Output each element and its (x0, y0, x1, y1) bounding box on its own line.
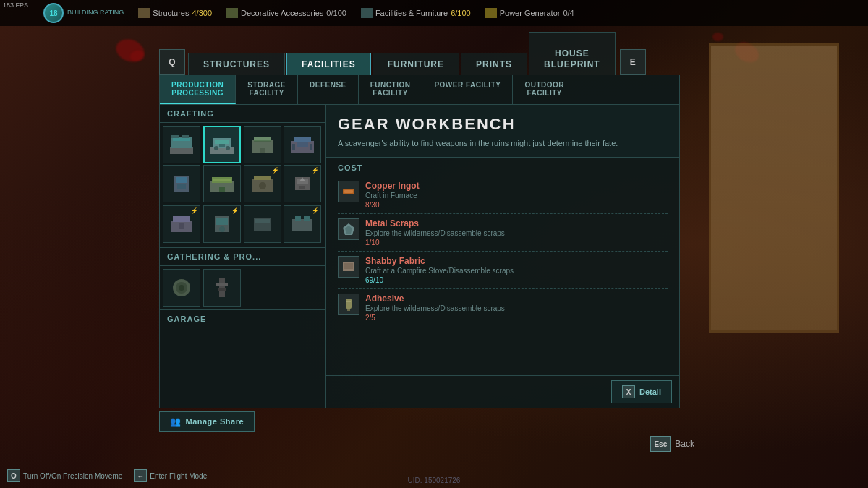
svg-rect-34 (173, 216, 190, 222)
fabric-qty: 69/10 (365, 276, 668, 284)
power-icon (485, 8, 497, 18)
building-rating: 18 BUILDING RATING (43, 3, 124, 23)
svg-rect-3 (171, 135, 179, 138)
tab-facilities[interactable]: FACILITIES (286, 53, 371, 75)
svg-rect-26 (219, 187, 225, 192)
grid-item-7[interactable]: ⚡ (244, 165, 281, 202)
hud-decorative: Decorative Accessories 0/100 (226, 8, 346, 18)
cost-header: COST (338, 163, 668, 172)
grid-item-12[interactable]: ⚡ (284, 205, 321, 243)
svg-rect-4 (182, 135, 189, 138)
grid-item-11[interactable] (244, 205, 281, 243)
grid-item-8[interactable]: ⚡ (284, 165, 321, 202)
hud-facilities: Facilities & Furniture 6/100 (361, 8, 471, 18)
cost-adhesive: Adhesive Explore the wilderness/Disassem… (338, 289, 668, 326)
back-label: Back (675, 439, 694, 449)
structures-value: 4/300 (192, 9, 212, 17)
grid-item-4[interactable] (284, 126, 321, 163)
power-value: 0/4 (563, 9, 574, 17)
power-label: Power Generator (500, 9, 561, 17)
crafting-header: CRAFTING (160, 105, 326, 123)
grid-item-6[interactable] (203, 165, 241, 202)
copper-qty: 8/30 (365, 201, 668, 209)
svg-rect-35 (179, 223, 184, 229)
svg-rect-17 (292, 144, 295, 150)
subtab-storage[interactable]: STORAGE FACILITY (236, 75, 298, 104)
lightning-icon-9: ⚡ (191, 207, 198, 214)
detail-key-badge: X (622, 385, 635, 398)
hud-structures: Structures 4/300 (138, 8, 212, 18)
fabric-source: Craft at a Campfire Stove/Disassemble sc… (365, 267, 668, 275)
svg-rect-28 (254, 176, 271, 180)
subtab-outdoor[interactable]: OUTDOOR FACILITY (513, 75, 576, 104)
item-title: GEAR WORKBENCH (338, 115, 668, 134)
subtab-navigation: PRODUCTION PROCESSING STORAGE FACILITY D… (159, 75, 680, 105)
cost-shabby-fabric: Shabby Fabric Craft at a Campfire Stove/… (338, 252, 668, 289)
item-description: A scavenger's ability to find weapons in… (338, 138, 668, 149)
subtab-production[interactable]: PRODUCTION PROCESSING (160, 75, 236, 104)
svg-rect-12 (254, 137, 271, 141)
bottom-hints: O Turn Off/On Precision Moveme ← Enter F… (7, 469, 207, 482)
grid-item-gear-workbench[interactable] (203, 126, 241, 163)
detail-button[interactable]: X Detail (611, 380, 672, 403)
svg-rect-42 (295, 216, 301, 221)
adhesive-name: Adhesive (365, 294, 668, 304)
cost-section: COST Copper Ingot Craft in Furnace 8/30 (326, 158, 679, 332)
garage-section: GARAGE (160, 309, 326, 343)
svg-rect-21 (176, 177, 187, 183)
esc-key-badge[interactable]: Esc (650, 436, 671, 452)
manage-icon: 👥 (170, 416, 182, 427)
hud-power: Power Generator 0/4 (485, 8, 574, 18)
svg-rect-25 (213, 179, 231, 181)
manage-share-button[interactable]: 👥 Manage Share (159, 411, 255, 432)
adhesive-qty: 2/5 (365, 314, 668, 322)
grid-item-g2[interactable] (203, 269, 241, 307)
svg-rect-14 (260, 148, 265, 153)
svg-point-8 (214, 146, 218, 150)
hint-flight: ← Enter Flight Mode (134, 469, 207, 482)
e-button[interactable]: E (620, 49, 646, 75)
svg-rect-22 (177, 184, 186, 189)
svg-rect-7 (215, 140, 229, 144)
svg-point-29 (259, 182, 266, 189)
grid-item-9[interactable]: ⚡ (163, 205, 200, 243)
subtab-defense[interactable]: DEFENSE (298, 75, 359, 104)
subtab-function[interactable]: FUNCTION FACILITY (359, 75, 423, 104)
svg-point-38 (219, 226, 225, 232)
fabric-info: Shabby Fabric Craft at a Campfire Stove/… (365, 256, 668, 284)
wall-decoration (709, 43, 839, 333)
copper-name: Copper Ingot (365, 181, 668, 191)
tab-house-blueprint[interactable]: HOUSE BLUEPRINT (529, 32, 616, 75)
svg-rect-40 (255, 219, 270, 223)
cost-copper-ingot: Copper Ingot Craft in Furnace 8/30 (338, 176, 668, 214)
q-button[interactable]: Q (159, 49, 185, 75)
svg-rect-19 (297, 142, 308, 147)
hud-bar: 183 FPS 18 BUILDING RATING Structures 4/… (0, 0, 868, 26)
hint-precision-label: Turn Off/On Precision Moveme (23, 472, 122, 480)
tab-structures[interactable]: STRUCTURES (188, 53, 285, 75)
svg-rect-49 (218, 288, 226, 291)
adhesive-icon (338, 294, 359, 315)
main-panel: Q STRUCTURES FACILITIES FURNITURE PRINTS… (159, 32, 680, 466)
tab-prints[interactable]: PRINTS (461, 53, 527, 75)
decorative-label: Decorative Accessories (241, 9, 323, 17)
grid-item-5[interactable] (163, 165, 200, 202)
svg-rect-2 (173, 138, 190, 141)
tab-furniture[interactable]: FURNITURE (373, 53, 459, 75)
facilities-value: 6/100 (451, 9, 471, 17)
grid-item-1[interactable] (163, 126, 200, 163)
svg-point-9 (226, 146, 230, 150)
tab-navigation: Q STRUCTURES FACILITIES FURNITURE PRINTS… (159, 32, 680, 75)
grid-item-10[interactable]: ⚡ (203, 205, 241, 243)
svg-rect-59 (347, 309, 350, 311)
subtab-power[interactable]: POWER FACILITY (422, 75, 513, 104)
grid-item-3[interactable] (244, 126, 281, 163)
svg-rect-32 (299, 186, 305, 189)
svg-rect-18 (310, 144, 312, 150)
lightning-icon-7: ⚡ (272, 167, 279, 174)
grid-item-g1[interactable] (163, 269, 200, 307)
hint-arrow-key: ← (134, 469, 147, 482)
copper-source: Craft in Furnace (365, 192, 668, 200)
fabric-icon (338, 256, 359, 278)
svg-rect-47 (219, 278, 225, 297)
